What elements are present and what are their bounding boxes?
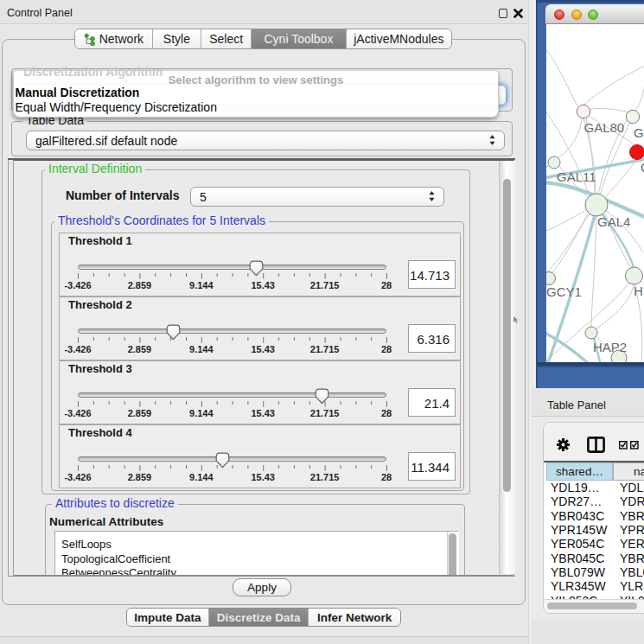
svg-text:C: C bbox=[641, 160, 644, 175]
svg-text:GCY1: GCY1 bbox=[546, 284, 582, 299]
svg-text:GAL11: GAL11 bbox=[557, 169, 596, 184]
svg-text:H: H bbox=[634, 284, 643, 298]
svg-text:HAP2: HAP2 bbox=[593, 340, 627, 354]
svg-text:G.: G. bbox=[634, 125, 644, 140]
svg-text:GAL4: GAL4 bbox=[597, 214, 630, 229]
svg-text:GAL80: GAL80 bbox=[584, 120, 625, 135]
